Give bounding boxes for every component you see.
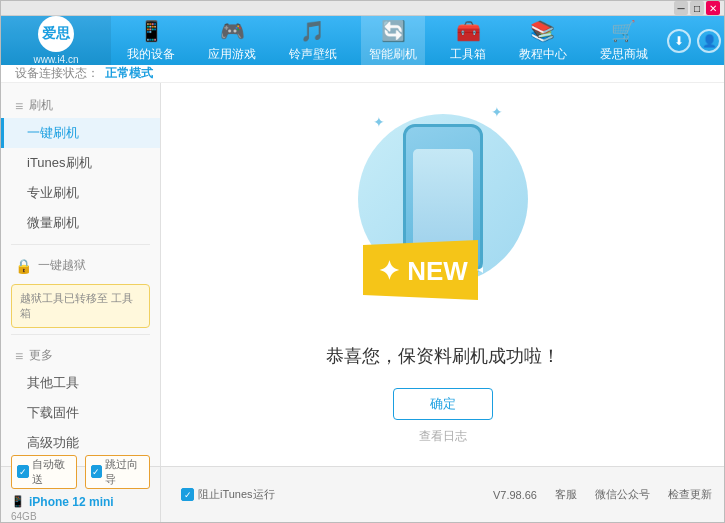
status-right-area: V7.98.66 客服 微信公众号 检查更新 (493, 467, 724, 522)
itunes-area: 阻止iTunes运行 (171, 467, 483, 522)
sidebar-item-micro[interactable]: 微量刷机 (1, 208, 160, 238)
logo-text: 爱思 (42, 25, 70, 43)
flash-icon: 🔄 (381, 19, 406, 43)
nav-label-flash: 智能刷机 (369, 46, 417, 63)
new-ribbon-svg: ✦ NEW ✦ (363, 240, 483, 300)
nav-bar: 📱 我的设备 🎮 应用游戏 🎵 铃声壁纸 🔄 智能刷机 🧰 工具箱 📚 (111, 16, 664, 65)
sparkle-1: ✦ (373, 114, 385, 130)
connection-value: 正常模式 (105, 65, 153, 82)
more-section-label: 更多 (29, 347, 53, 364)
header: 爱思 www.i4.cn 📱 我的设备 🎮 应用游戏 🎵 铃声壁纸 🔄 智能刷机 (1, 16, 724, 65)
download-button[interactable]: ⬇ (667, 29, 691, 53)
success-text: 恭喜您，保资料刷机成功啦！ (326, 344, 560, 368)
auto-send-check-icon (17, 465, 29, 478)
nav-actions: ⬇ 👤 (664, 29, 724, 53)
notice-text: 越狱工具已转移至 工具箱 (20, 292, 133, 319)
more-section-title: ≡ 更多 (1, 341, 160, 368)
phone-illustration: ✦ ✦ ✦ ✦ NEW ✦ (343, 104, 543, 324)
device-name-row: 📱 iPhone 12 mini (11, 495, 150, 509)
nav-label-tutorials: 教程中心 (519, 46, 567, 63)
logo-icon: 爱思 (38, 16, 74, 52)
main-content: ✦ ✦ ✦ ✦ NEW ✦ (161, 83, 724, 466)
lock-icon: 🔒 (15, 258, 32, 274)
sidebar-divider-2 (11, 334, 150, 335)
main-area: ≡ 刷机 一键刷机 iTunes刷机 专业刷机 微量刷机 🔒 一键越狱 越狱工具… (1, 83, 724, 466)
skip-wizard-label: 跳过向导 (105, 457, 144, 487)
phone-small-icon: 📱 (11, 495, 25, 508)
nav-item-ringtones[interactable]: 🎵 铃声壁纸 (281, 16, 345, 65)
sparkle-2: ✦ (491, 104, 503, 120)
tutorials-icon: 📚 (530, 19, 555, 43)
more-section-icon: ≡ (15, 348, 23, 364)
skip-wizard-check-icon (91, 465, 103, 478)
ringtones-icon: 🎵 (300, 19, 325, 43)
sidebar-item-firmware[interactable]: 下载固件 (1, 398, 160, 428)
logo-area: 爱思 www.i4.cn (1, 16, 111, 65)
auto-send-checkbox[interactable]: 自动敬送 (11, 455, 77, 489)
checkbox-area: 自动敬送 跳过向导 (11, 455, 150, 489)
sidebar: ≡ 刷机 一键刷机 iTunes刷机 专业刷机 微量刷机 🔒 一键越狱 越狱工具… (1, 83, 161, 466)
connection-bar: 设备连接状态： 正常模式 (1, 65, 724, 83)
itunes-label: 阻止iTunes运行 (198, 487, 275, 502)
logo-url: www.i4.cn (33, 54, 78, 65)
nav-item-apps[interactable]: 🎮 应用游戏 (200, 16, 264, 65)
sidebar-item-other-tools[interactable]: 其他工具 (1, 368, 160, 398)
apps-icon: 🎮 (220, 19, 245, 43)
device-status-bar: 自动敬送 跳过向导 📱 iPhone 12 mini 64GB Down-12m… (1, 466, 724, 522)
device-icon: 📱 (139, 19, 164, 43)
nav-item-tutorials[interactable]: 📚 教程中心 (511, 16, 575, 65)
app-window: ─ □ ✕ 爱思 www.i4.cn 📱 我的设备 🎮 应用游戏 🎵 铃声壁纸 (0, 0, 725, 523)
flash-section-icon: ≡ (15, 98, 23, 114)
sidebar-item-advanced[interactable]: 高级功能 (1, 428, 160, 458)
flash-section-title: ≡ 刷机 (1, 91, 160, 118)
nav-label-ringtones: 铃声壁纸 (289, 46, 337, 63)
phone-screen (413, 149, 473, 249)
nav-label-tools: 工具箱 (450, 46, 486, 63)
jailbreak-section-title: 🔒 一键越狱 (1, 251, 160, 278)
nav-item-my-device[interactable]: 📱 我的设备 (119, 16, 183, 65)
nav-item-shop[interactable]: 🛒 爱思商城 (592, 16, 656, 65)
minimize-button[interactable]: ─ (674, 1, 688, 15)
nav-item-flash[interactable]: 🔄 智能刷机 (361, 16, 425, 65)
device-name: iPhone 12 mini (29, 495, 114, 509)
confirm-button[interactable]: 确定 (393, 388, 493, 420)
connection-label: 设备连接状态： (15, 65, 99, 82)
itunes-checkbox[interactable]: 阻止iTunes运行 (181, 487, 275, 502)
nav-label-shop: 爱思商城 (600, 46, 648, 63)
nav-item-tools[interactable]: 🧰 工具箱 (442, 16, 494, 65)
jailbreak-notice: 越狱工具已转移至 工具箱 (11, 284, 150, 328)
nav-label-apps: 应用游戏 (208, 46, 256, 63)
update-link[interactable]: 检查更新 (668, 487, 712, 502)
flash-section-label: 刷机 (29, 97, 53, 114)
tools-icon: 🧰 (456, 19, 481, 43)
itunes-check-icon (181, 488, 194, 501)
maximize-button[interactable]: □ (690, 1, 704, 15)
close-button[interactable]: ✕ (706, 1, 720, 15)
svg-text:✦ NEW ✦: ✦ NEW ✦ (378, 256, 483, 286)
sidebar-item-pro[interactable]: 专业刷机 (1, 178, 160, 208)
wechat-link[interactable]: 微信公众号 (595, 487, 650, 502)
sidebar-divider-1 (11, 244, 150, 245)
sidebar-item-itunes[interactable]: iTunes刷机 (1, 148, 160, 178)
jailbreak-section-label: 一键越狱 (38, 257, 86, 274)
device-info-area: 自动敬送 跳过向导 📱 iPhone 12 mini 64GB Down-12m… (1, 467, 161, 522)
title-bar: ─ □ ✕ (1, 1, 724, 16)
secondary-link[interactable]: 查看日志 (419, 428, 467, 445)
sidebar-item-onekey[interactable]: 一键刷机 (1, 118, 160, 148)
skip-wizard-checkbox[interactable]: 跳过向导 (85, 455, 151, 489)
support-link[interactable]: 客服 (555, 487, 577, 502)
nav-label-my-device: 我的设备 (127, 46, 175, 63)
shop-icon: 🛒 (611, 19, 636, 43)
new-ribbon-container: ✦ NEW ✦ (363, 240, 483, 304)
auto-send-label: 自动敬送 (32, 457, 71, 487)
version-label: V7.98.66 (493, 489, 537, 501)
user-button[interactable]: 👤 (697, 29, 721, 53)
device-storage: 64GB (11, 511, 150, 522)
